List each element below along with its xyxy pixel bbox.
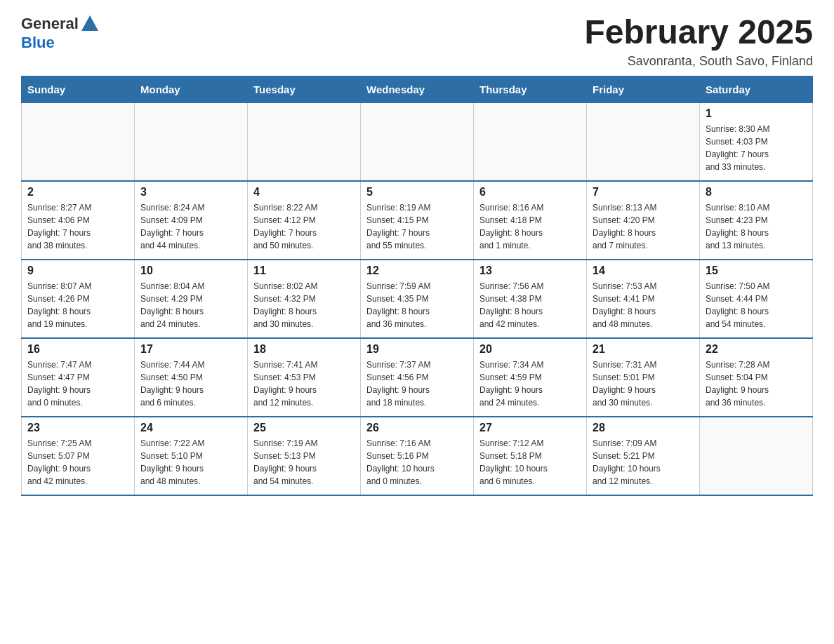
calendar-day-cell (135, 102, 248, 181)
svg-marker-0 (81, 15, 98, 31)
calendar-day-cell: 10Sunrise: 8:04 AM Sunset: 4:29 PM Dayli… (135, 260, 248, 338)
calendar-table: SundayMondayTuesdayWednesdayThursdayFrid… (21, 76, 813, 496)
calendar-day-cell: 9Sunrise: 8:07 AM Sunset: 4:26 PM Daylig… (22, 260, 135, 338)
day-number: 9 (27, 264, 128, 277)
calendar-day-cell: 8Sunrise: 8:10 AM Sunset: 4:23 PM Daylig… (700, 181, 813, 260)
calendar-week-row: 9Sunrise: 8:07 AM Sunset: 4:26 PM Daylig… (22, 260, 813, 338)
day-info: Sunrise: 7:44 AM Sunset: 4:50 PM Dayligh… (140, 358, 241, 409)
logo-general-text: General (21, 15, 79, 33)
calendar-day-cell (22, 102, 135, 181)
calendar-day-cell: 6Sunrise: 8:16 AM Sunset: 4:18 PM Daylig… (474, 181, 587, 260)
day-info: Sunrise: 7:34 AM Sunset: 4:59 PM Dayligh… (479, 358, 581, 409)
location-subtitle: Savonranta, South Savo, Finland (584, 54, 813, 69)
day-number: 10 (140, 264, 241, 277)
day-info: Sunrise: 8:16 AM Sunset: 4:18 PM Dayligh… (479, 201, 581, 252)
weekday-header: Wednesday (361, 76, 474, 102)
calendar-week-row: 2Sunrise: 8:27 AM Sunset: 4:06 PM Daylig… (22, 181, 813, 260)
day-number: 1 (706, 107, 807, 120)
month-title: February 2025 (584, 14, 813, 51)
day-number: 13 (479, 264, 581, 277)
calendar-day-cell: 17Sunrise: 7:44 AM Sunset: 4:50 PM Dayli… (135, 338, 248, 417)
day-number: 24 (140, 422, 241, 434)
calendar-day-cell: 25Sunrise: 7:19 AM Sunset: 5:13 PM Dayli… (248, 417, 361, 495)
calendar-day-cell: 20Sunrise: 7:34 AM Sunset: 4:59 PM Dayli… (474, 338, 587, 417)
day-number: 5 (366, 186, 468, 199)
calendar-day-cell: 19Sunrise: 7:37 AM Sunset: 4:56 PM Dayli… (361, 338, 474, 417)
calendar-day-cell: 22Sunrise: 7:28 AM Sunset: 5:04 PM Dayli… (700, 338, 813, 417)
weekday-header: Friday (587, 76, 700, 102)
day-number: 26 (366, 422, 468, 434)
day-info: Sunrise: 8:19 AM Sunset: 4:15 PM Dayligh… (366, 201, 468, 252)
day-number: 18 (253, 343, 355, 356)
calendar-week-row: 1Sunrise: 8:30 AM Sunset: 4:03 PM Daylig… (22, 102, 813, 181)
day-number: 27 (479, 422, 581, 434)
calendar-day-cell: 1Sunrise: 8:30 AM Sunset: 4:03 PM Daylig… (700, 102, 813, 181)
calendar-day-cell: 5Sunrise: 8:19 AM Sunset: 4:15 PM Daylig… (361, 181, 474, 260)
day-number: 8 (706, 186, 807, 199)
weekday-header: Tuesday (248, 76, 361, 102)
calendar-day-cell: 23Sunrise: 7:25 AM Sunset: 5:07 PM Dayli… (22, 417, 135, 495)
day-info: Sunrise: 8:27 AM Sunset: 4:06 PM Dayligh… (27, 201, 128, 252)
logo-blue-text: Blue (21, 34, 55, 52)
calendar-day-cell: 13Sunrise: 7:56 AM Sunset: 4:38 PM Dayli… (474, 260, 587, 338)
calendar-header-row: SundayMondayTuesdayWednesdayThursdayFrid… (22, 76, 813, 102)
day-info: Sunrise: 7:56 AM Sunset: 4:38 PM Dayligh… (479, 280, 581, 330)
day-info: Sunrise: 8:04 AM Sunset: 4:29 PM Dayligh… (140, 280, 241, 330)
calendar-day-cell: 7Sunrise: 8:13 AM Sunset: 4:20 PM Daylig… (587, 181, 700, 260)
calendar-day-cell: 4Sunrise: 8:22 AM Sunset: 4:12 PM Daylig… (248, 181, 361, 260)
day-number: 23 (27, 422, 128, 434)
day-info: Sunrise: 7:47 AM Sunset: 4:47 PM Dayligh… (27, 358, 128, 409)
logo-icon (80, 14, 100, 34)
day-number: 21 (593, 343, 694, 356)
day-info: Sunrise: 7:37 AM Sunset: 4:56 PM Dayligh… (366, 358, 468, 409)
day-number: 15 (706, 264, 807, 277)
calendar-day-cell: 16Sunrise: 7:47 AM Sunset: 4:47 PM Dayli… (22, 338, 135, 417)
day-info: Sunrise: 7:25 AM Sunset: 5:07 PM Dayligh… (27, 437, 128, 488)
day-number: 2 (27, 186, 128, 199)
calendar-day-cell: 27Sunrise: 7:12 AM Sunset: 5:18 PM Dayli… (474, 417, 587, 495)
day-info: Sunrise: 7:12 AM Sunset: 5:18 PM Dayligh… (479, 437, 581, 488)
day-number: 6 (479, 186, 581, 199)
page-header: General Blue February 2025 Savonranta, S… (21, 14, 813, 69)
day-number: 12 (366, 264, 468, 277)
calendar-day-cell (361, 102, 474, 181)
calendar-day-cell (248, 102, 361, 181)
day-number: 20 (479, 343, 581, 356)
day-number: 19 (366, 343, 468, 356)
day-number: 14 (593, 264, 694, 277)
calendar-week-row: 23Sunrise: 7:25 AM Sunset: 5:07 PM Dayli… (22, 417, 813, 495)
day-info: Sunrise: 7:22 AM Sunset: 5:10 PM Dayligh… (140, 437, 241, 488)
title-section: February 2025 Savonranta, South Savo, Fi… (584, 14, 813, 69)
calendar-day-cell (474, 102, 587, 181)
day-info: Sunrise: 7:09 AM Sunset: 5:21 PM Dayligh… (593, 437, 694, 488)
day-number: 28 (593, 422, 694, 434)
day-number: 3 (140, 186, 241, 199)
weekday-header: Saturday (700, 76, 813, 102)
day-info: Sunrise: 7:59 AM Sunset: 4:35 PM Dayligh… (366, 280, 468, 330)
day-number: 22 (706, 343, 807, 356)
day-number: 25 (253, 422, 355, 434)
day-info: Sunrise: 8:24 AM Sunset: 4:09 PM Dayligh… (140, 201, 241, 252)
calendar-day-cell: 26Sunrise: 7:16 AM Sunset: 5:16 PM Dayli… (361, 417, 474, 495)
day-number: 4 (253, 186, 355, 199)
day-info: Sunrise: 8:02 AM Sunset: 4:32 PM Dayligh… (253, 280, 355, 330)
day-info: Sunrise: 8:22 AM Sunset: 4:12 PM Dayligh… (253, 201, 355, 252)
calendar-day-cell: 24Sunrise: 7:22 AM Sunset: 5:10 PM Dayli… (135, 417, 248, 495)
calendar-day-cell: 18Sunrise: 7:41 AM Sunset: 4:53 PM Dayli… (248, 338, 361, 417)
day-number: 16 (27, 343, 128, 356)
weekday-header: Thursday (474, 76, 587, 102)
calendar-day-cell: 15Sunrise: 7:50 AM Sunset: 4:44 PM Dayli… (700, 260, 813, 338)
day-info: Sunrise: 7:31 AM Sunset: 5:01 PM Dayligh… (593, 358, 694, 409)
weekday-header: Sunday (22, 76, 135, 102)
day-info: Sunrise: 7:53 AM Sunset: 4:41 PM Dayligh… (593, 280, 694, 330)
day-info: Sunrise: 7:50 AM Sunset: 4:44 PM Dayligh… (706, 280, 807, 330)
day-number: 7 (593, 186, 694, 199)
day-number: 17 (140, 343, 241, 356)
day-info: Sunrise: 7:19 AM Sunset: 5:13 PM Dayligh… (253, 437, 355, 488)
day-info: Sunrise: 8:10 AM Sunset: 4:23 PM Dayligh… (706, 201, 807, 252)
day-info: Sunrise: 8:30 AM Sunset: 4:03 PM Dayligh… (706, 123, 807, 173)
calendar-day-cell (700, 417, 813, 495)
day-info: Sunrise: 7:16 AM Sunset: 5:16 PM Dayligh… (366, 437, 468, 488)
day-info: Sunrise: 8:07 AM Sunset: 4:26 PM Dayligh… (27, 280, 128, 330)
calendar-day-cell: 2Sunrise: 8:27 AM Sunset: 4:06 PM Daylig… (22, 181, 135, 260)
